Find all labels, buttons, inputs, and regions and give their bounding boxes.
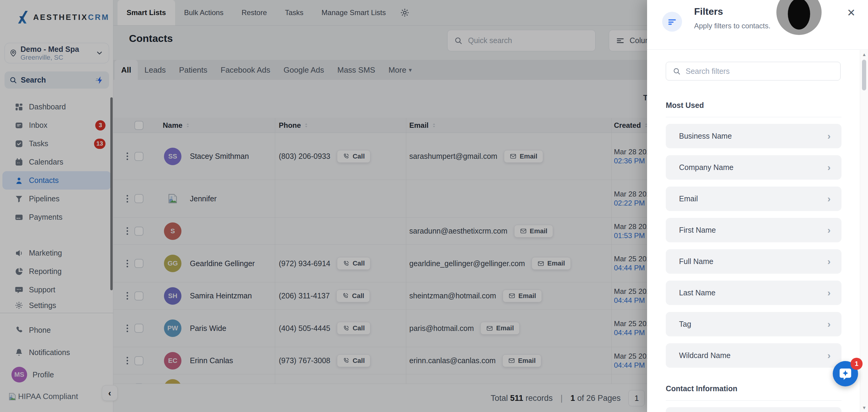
- section-heading-contact-information: Contact Information: [666, 384, 841, 393]
- modal-overlay: [0, 0, 647, 412]
- webcam-bubble: [776, 0, 822, 35]
- filter-item-email[interactable]: Email ›: [666, 187, 841, 211]
- filter-item-label: Wildcard Name: [679, 351, 827, 360]
- filter-search-placeholder: Search filters: [686, 67, 730, 76]
- chevron-right-icon: ›: [827, 162, 831, 173]
- chevron-right-icon: ›: [827, 287, 831, 298]
- chat-sparkle-icon: [838, 367, 852, 381]
- search-icon: [673, 67, 681, 75]
- filter-item-tag[interactable]: Tag ›: [666, 312, 841, 336]
- filter-item-last-name[interactable]: Last Name ›: [666, 281, 841, 305]
- filters-panel: Filters Apply filters to contacts. ✕ Sea…: [647, 0, 868, 412]
- filters-subtitle: Apply filters to contacts.: [694, 22, 770, 30]
- app-root: AESTHETIXCRM Demo - Med Spa Greenville, …: [0, 0, 868, 412]
- filters-panel-body: Search filters Most Used Business Name ›…: [647, 50, 860, 412]
- chevron-right-icon: ›: [827, 319, 831, 330]
- filter-item-label: Company Name: [679, 163, 827, 172]
- scroll-up-arrow[interactable]: ▲: [860, 52, 868, 57]
- chevron-right-icon: ›: [827, 256, 831, 267]
- section-divider: [666, 117, 841, 117]
- filter-item-label: Email: [679, 194, 827, 203]
- section-divider: [666, 400, 841, 401]
- filter-item-business-name[interactable]: Business Name ›: [666, 124, 841, 148]
- filter-item-wildcard-name[interactable]: Wildcard Name ›: [666, 343, 841, 368]
- filter-item-full-name[interactable]: Full Name ›: [666, 249, 841, 274]
- filter-item-label: First Name: [679, 226, 827, 234]
- filter-icon: [662, 12, 682, 32]
- filter-item-label: Last Name: [679, 288, 827, 297]
- chevron-right-icon: ›: [827, 193, 831, 204]
- scrollbar-thumb[interactable]: [862, 60, 866, 90]
- filter-list: Business Name › Company Name › Email › F…: [666, 124, 841, 368]
- filter-item[interactable]: ›: [666, 407, 841, 412]
- chevron-right-icon: ›: [827, 225, 831, 236]
- scroll-down-arrow[interactable]: ▼: [860, 405, 868, 410]
- panel-scrollbar[interactable]: ▲ ▼: [860, 50, 868, 412]
- filter-search-input[interactable]: Search filters: [666, 62, 841, 81]
- chevron-right-icon: ›: [827, 130, 831, 141]
- filters-title: Filters: [694, 6, 723, 17]
- filter-item-company-name[interactable]: Company Name ›: [666, 155, 841, 180]
- close-icon[interactable]: ✕: [847, 7, 856, 19]
- section-heading-most-used: Most Used: [666, 101, 841, 110]
- filter-item-label: Business Name: [679, 132, 827, 140]
- filter-item-label: Full Name: [679, 257, 827, 266]
- chevron-right-icon: ›: [827, 350, 831, 361]
- chat-notification-badge: 1: [850, 358, 863, 370]
- filter-item-label: Tag: [679, 320, 827, 328]
- filter-item-first-name[interactable]: First Name ›: [666, 218, 841, 242]
- filters-panel-header: Filters Apply filters to contacts. ✕: [647, 0, 868, 50]
